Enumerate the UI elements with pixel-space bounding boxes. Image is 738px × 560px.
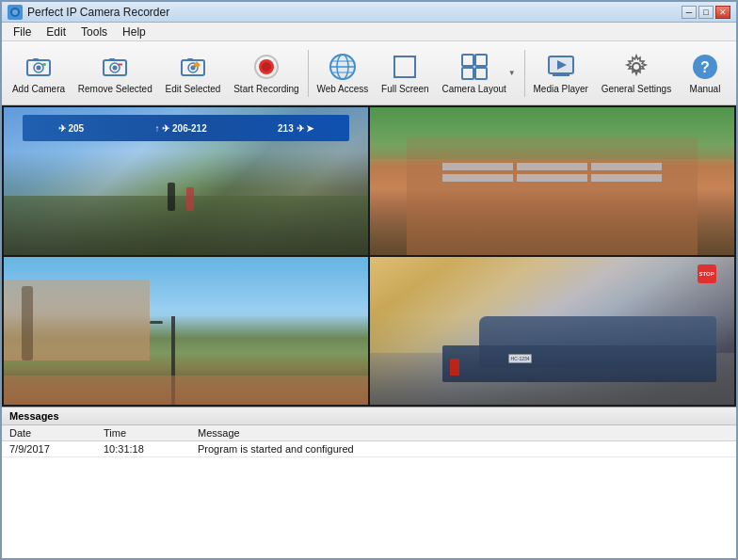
general-settings-button[interactable]: General Settings	[595, 45, 678, 102]
messages-header: Messages	[2, 408, 736, 425]
settings-icon	[621, 52, 651, 82]
manual-label: Manual	[690, 84, 721, 95]
col-message: Message	[190, 425, 736, 441]
start-recording-label: Start Recording	[233, 84, 298, 95]
fullscreen-icon	[390, 52, 420, 82]
add-camera-icon	[24, 52, 54, 82]
camera-layout-label: Camera Layout	[441, 84, 505, 95]
menu-bar: File Edit Tools Help	[2, 23, 736, 41]
add-camera-label: Add Camera	[12, 84, 65, 95]
camera-layout-button[interactable]: Camera Layout ▼	[436, 45, 522, 102]
camera-1[interactable]: ✈ 205 ↑ ✈ 206-212 213 ✈ ➤	[4, 107, 368, 255]
manual-button[interactable]: ? Manual	[678, 45, 732, 102]
separator-1	[308, 50, 309, 97]
col-time: Time	[96, 425, 190, 441]
camera-2[interactable]	[370, 107, 734, 255]
media-icon	[546, 52, 576, 82]
remove-selected-button[interactable]: Remove Selected	[72, 45, 159, 102]
svg-text:?: ?	[700, 59, 710, 75]
table-row: 7/9/2017 10:31:18 Program is started and…	[2, 441, 736, 457]
toolbar: Add Camera Remove Selected	[2, 41, 736, 105]
msg-text: Program is started and configured	[190, 441, 736, 457]
window-controls: ─ □ ✕	[682, 6, 730, 19]
camera-3[interactable]	[4, 257, 368, 405]
svg-rect-30	[475, 68, 487, 79]
maximize-button[interactable]: □	[698, 6, 714, 19]
svg-point-10	[113, 65, 118, 70]
menu-edit[interactable]: Edit	[39, 24, 73, 40]
full-screen-label: Full Screen	[381, 84, 429, 95]
remove-icon	[100, 52, 130, 82]
window-title: Perfect IP Camera Recorder	[27, 6, 682, 19]
web-icon	[328, 52, 358, 82]
minimize-button[interactable]: ─	[682, 6, 697, 19]
camera-grid: ✈ 205 ↑ ✈ 206-212 213 ✈ ➤	[2, 105, 736, 407]
media-player-button[interactable]: Media Player	[527, 45, 595, 102]
svg-rect-11	[109, 58, 115, 61]
col-date: Date	[2, 425, 96, 441]
svg-point-37	[633, 63, 640, 71]
msg-time: 10:31:18	[96, 441, 190, 457]
svg-rect-29	[462, 68, 473, 79]
edit-selected-button[interactable]: Edit Selected	[159, 45, 228, 102]
messages-panel: Messages Date Time Message 7/9/2017 10:3…	[2, 407, 736, 558]
web-access-button[interactable]: Web Access	[311, 45, 376, 102]
menu-file[interactable]: File	[6, 24, 39, 40]
edit-selected-label: Edit Selected	[166, 84, 221, 95]
web-access-label: Web Access	[316, 84, 368, 95]
svg-point-4	[36, 65, 40, 70]
media-player-label: Media Player	[534, 84, 588, 95]
record-icon	[251, 52, 281, 82]
add-camera-button[interactable]: Add Camera	[6, 45, 72, 102]
svg-point-1	[12, 9, 18, 15]
svg-point-19	[262, 62, 271, 72]
camera-4[interactable]: STOP HC-1234	[370, 257, 734, 405]
svg-rect-5	[33, 58, 39, 61]
svg-rect-28	[475, 55, 487, 66]
menu-help[interactable]: Help	[115, 24, 153, 40]
svg-rect-27	[462, 55, 473, 66]
start-recording-button[interactable]: Start Recording	[227, 45, 305, 102]
svg-rect-16	[187, 58, 193, 61]
layout-dropdown-arrow: ▼	[508, 69, 516, 77]
cam1-signs: ✈ 205 ↑ ✈ 206-212 213 ✈ ➤	[23, 115, 349, 141]
separator-2	[524, 50, 525, 97]
close-button[interactable]: ✕	[715, 6, 730, 19]
svg-rect-26	[394, 56, 415, 77]
app-icon	[8, 5, 23, 20]
messages-table: Date Time Message 7/9/2017 10:31:18 Prog…	[2, 425, 736, 457]
layout-icon	[459, 52, 489, 82]
menu-tools[interactable]: Tools	[73, 24, 115, 40]
general-settings-label: General Settings	[602, 84, 672, 95]
title-bar: Perfect IP Camera Recorder ─ □ ✕	[2, 2, 736, 23]
remove-selected-label: Remove Selected	[78, 84, 152, 95]
svg-point-25	[330, 55, 355, 79]
edit-icon	[178, 52, 208, 82]
full-screen-button[interactable]: Full Screen	[375, 45, 435, 102]
help-icon: ?	[690, 52, 720, 82]
msg-date: 7/9/2017	[2, 441, 96, 457]
